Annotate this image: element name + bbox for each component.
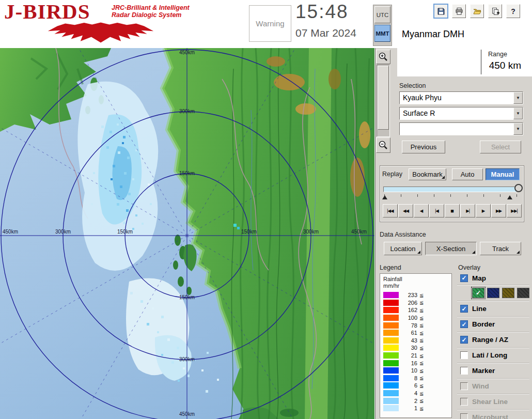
radar-map-canvas[interactable]: 450km 300km 150km 150km 300km 450km 450k… bbox=[0, 48, 374, 419]
svg-text:300km: 300km bbox=[55, 229, 71, 235]
previous-button[interactable]: Previous bbox=[402, 141, 445, 153]
map-style-navy-swatch[interactable] bbox=[487, 288, 499, 298]
legend-value: 162 bbox=[403, 307, 417, 313]
timeline-end-marker bbox=[507, 195, 512, 199]
legend-swatch bbox=[383, 382, 399, 389]
timeline-thumb[interactable] bbox=[514, 184, 523, 192]
save-icon bbox=[437, 7, 445, 15]
mmt-button[interactable]: MMT bbox=[374, 25, 390, 42]
overlay-row-range-az[interactable]: Range / AZ bbox=[457, 332, 529, 348]
auto-button-label: Auto bbox=[461, 170, 475, 178]
legend-value: 78 bbox=[403, 322, 417, 329]
fast-forward-button[interactable]: ▶▶ bbox=[491, 204, 506, 218]
step-back-button[interactable]: |◀ bbox=[429, 204, 444, 218]
overlay-row-line[interactable]: Line bbox=[457, 301, 529, 317]
marker-checkbox[interactable] bbox=[460, 367, 468, 375]
warning-indicator[interactable]: Warning bbox=[249, 5, 291, 42]
print-button[interactable] bbox=[452, 4, 466, 18]
open-folder-button[interactable] bbox=[470, 4, 484, 18]
chevron-down-icon[interactable]: ▼ bbox=[513, 123, 523, 135]
overlay-row-wind: Wind bbox=[457, 379, 529, 394]
legend-row: 1≦ bbox=[380, 405, 451, 412]
timeline-start-marker bbox=[382, 195, 387, 199]
leq-icon: ≦ bbox=[419, 300, 424, 305]
overlay-row-lati-long[interactable]: Lati / Long bbox=[457, 348, 529, 363]
wind-checkbox bbox=[460, 382, 468, 390]
extra-dropdown-value bbox=[400, 123, 513, 135]
map-style-gray-swatch[interactable] bbox=[517, 288, 529, 298]
legend-value: 6 bbox=[403, 382, 417, 389]
data-assistance-label: Data Assistance bbox=[380, 231, 426, 238]
overlay-row-shear-line: Shear Line bbox=[457, 394, 529, 410]
chevron-down-icon[interactable]: ▼ bbox=[513, 107, 523, 119]
legend-value: 30 bbox=[403, 345, 417, 351]
skip-start-button[interactable]: |◀◀ bbox=[383, 204, 398, 218]
legend-row: 6≦ bbox=[380, 382, 451, 390]
map-scrollbar-thumb[interactable] bbox=[378, 66, 389, 130]
track-button[interactable]: Track bbox=[480, 242, 521, 255]
overlay-item-label: Range / AZ bbox=[472, 336, 508, 344]
leq-icon: ≦ bbox=[419, 353, 424, 359]
overlay-row-map[interactable]: Map bbox=[457, 271, 529, 285]
svg-text:150km: 150km bbox=[117, 229, 133, 235]
replay-label: Replay bbox=[382, 170, 402, 178]
overlay-row-border[interactable]: Border bbox=[457, 317, 529, 332]
x-section-button[interactable]: X-Section bbox=[425, 242, 477, 255]
legend-row: 2≦ bbox=[380, 397, 451, 405]
save-button[interactable] bbox=[434, 4, 448, 18]
leq-icon: ≦ bbox=[419, 315, 424, 321]
export-button[interactable] bbox=[488, 4, 502, 18]
legend-row: 8≦ bbox=[380, 375, 451, 382]
leq-icon: ≦ bbox=[419, 337, 424, 343]
map-scrollbar-track[interactable] bbox=[377, 65, 390, 137]
legend-value: 4 bbox=[403, 390, 417, 396]
fast-rewind-button[interactable]: ◀◀ bbox=[398, 204, 413, 218]
timeline-ticks bbox=[384, 194, 518, 197]
legend-value: 10 bbox=[403, 367, 417, 374]
product-dropdown[interactable]: Surface R ▼ bbox=[399, 107, 523, 120]
manual-button[interactable]: Manual bbox=[486, 168, 520, 180]
legend-swatch bbox=[383, 390, 399, 396]
auto-button[interactable]: Auto bbox=[452, 168, 483, 180]
help-button[interactable]: ? bbox=[506, 4, 520, 18]
legend-label: Legend bbox=[380, 264, 401, 271]
stop-button[interactable]: ■ bbox=[445, 204, 460, 218]
leq-icon: ≦ bbox=[419, 398, 424, 404]
app-logo-subtitle: JRC-Brilliant & Intelligent Radar Dialog… bbox=[112, 4, 190, 19]
line-checkbox[interactable] bbox=[460, 305, 468, 313]
x-section-button-label: X-Section bbox=[436, 245, 465, 253]
utc-button[interactable]: UTC bbox=[374, 6, 390, 23]
bookmark-button[interactable]: Bookmark bbox=[409, 168, 446, 180]
legend-swatch bbox=[383, 360, 399, 366]
help-icon: ? bbox=[511, 7, 515, 15]
map-style-green-swatch[interactable] bbox=[472, 288, 484, 298]
range-az-checkbox[interactable] bbox=[460, 336, 468, 344]
extra-dropdown[interactable]: ▼ bbox=[399, 122, 523, 135]
border-checkbox[interactable] bbox=[460, 320, 468, 328]
map-style-olive-swatch[interactable] bbox=[502, 288, 514, 298]
leq-icon: ≦ bbox=[419, 292, 424, 298]
lati-long-checkbox[interactable] bbox=[460, 351, 468, 359]
legend-swatch bbox=[383, 330, 399, 336]
legend-value: 233 bbox=[403, 292, 417, 298]
clock-time: 15:48 bbox=[295, 1, 349, 23]
legend-value: 2 bbox=[403, 398, 417, 404]
location-button[interactable]: Location bbox=[384, 242, 422, 255]
map-checkbox[interactable] bbox=[460, 274, 468, 282]
site-dropdown-value: Kyauk Phyu bbox=[400, 92, 513, 104]
site-dropdown[interactable]: Kyauk Phyu ▼ bbox=[399, 91, 523, 104]
overlay-row-marker[interactable]: Marker bbox=[457, 363, 529, 379]
skip-end-button[interactable]: ▶▶| bbox=[507, 204, 522, 218]
select-button[interactable]: Select bbox=[480, 141, 521, 153]
zoom-in-button[interactable] bbox=[376, 50, 390, 64]
step-forward-button[interactable]: ▶| bbox=[460, 204, 475, 218]
chevron-down-icon[interactable]: ▼ bbox=[513, 92, 523, 104]
zoom-out-button[interactable] bbox=[376, 137, 390, 153]
legend-row: 30≦ bbox=[380, 344, 451, 352]
select-button-label: Select bbox=[491, 143, 510, 151]
play-reverse-button[interactable]: ◀ bbox=[414, 204, 429, 218]
replay-timeline-slider[interactable] bbox=[383, 187, 520, 192]
legend-row: 10≦ bbox=[380, 367, 451, 375]
eagle-icon bbox=[3, 22, 198, 43]
play-button[interactable]: ▶ bbox=[476, 204, 491, 218]
